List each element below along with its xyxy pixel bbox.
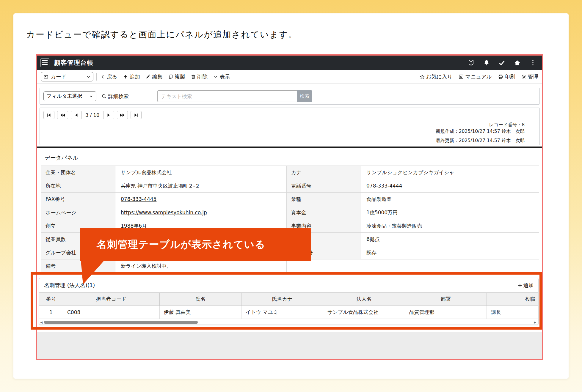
filter-select-value: フィルタ未選択 — [46, 93, 89, 100]
gear-icon — [521, 74, 527, 80]
field-value-link[interactable]: https://www.samplesyokuhin.co.jp — [115, 206, 287, 219]
record-panel: 3 / 10 レコード番号：8 新規作成：2025/10/27 14:57 鈴木… — [40, 108, 540, 145]
table-cell: C008 — [63, 306, 160, 319]
duplicate-button[interactable]: 複製 — [168, 73, 185, 80]
data-panel-label: データパネル — [45, 154, 78, 161]
print-button[interactable]: 印刷 — [498, 73, 515, 80]
subtable-title: 名刺管理 (法人名)(1) — [44, 282, 95, 289]
field-label: 業種 — [287, 193, 361, 206]
subtable-add-button[interactable]: 追加 — [517, 282, 534, 289]
display-button[interactable]: 表示 — [213, 73, 230, 80]
rewind-button[interactable] — [57, 111, 68, 119]
page-indicator: 3 / 10 — [84, 112, 101, 118]
table-cell: 1 — [39, 306, 63, 319]
copy-icon — [168, 74, 173, 79]
edit-button[interactable]: 編集 — [145, 73, 162, 80]
chevron-down-icon — [86, 75, 91, 79]
field-label: 所在地 — [41, 179, 115, 193]
check-icon[interactable] — [498, 59, 506, 67]
add-button[interactable]: 追加 — [123, 73, 140, 80]
record-info: レコード番号：8 新規作成：2025/10/27 14:57 鈴木 次郎 最終更… — [436, 122, 525, 144]
manual-button[interactable]: マニュアル — [458, 73, 492, 80]
horizontal-scrollbar: ◀ ▶ — [39, 319, 538, 325]
filter-select[interactable]: フィルタ未選択 — [43, 91, 96, 101]
hamburger-menu-button[interactable] — [40, 58, 49, 67]
table-cell: 品質管理部 — [405, 306, 487, 319]
field-label: ホームページ — [41, 206, 115, 219]
header-icon-group — [467, 59, 542, 67]
favorite-button[interactable]: お気に入り — [419, 73, 453, 80]
kebab-menu-icon[interactable] — [529, 59, 536, 67]
fast-forward-button[interactable] — [117, 111, 128, 119]
field-label: 電話番号 — [287, 179, 361, 193]
column-header: 氏名 — [160, 293, 241, 306]
window-footer-area — [37, 332, 542, 359]
toolbar: カード 戻る 追加 編集 複製 — [37, 70, 542, 84]
pencil-icon — [145, 74, 151, 79]
field-value-link[interactable]: 078-333-4444 — [361, 179, 539, 193]
chevron-left-icon — [100, 74, 106, 79]
app-header: 顧客管理台帳 — [37, 56, 542, 70]
record-number: レコード番号：8 — [436, 122, 525, 128]
toolbar-divider — [96, 73, 97, 81]
field-value: 冷凍食品・惣菜製造販売 — [361, 219, 539, 233]
back-button[interactable]: 戻る — [100, 73, 117, 80]
pagination: 3 / 10 — [43, 111, 142, 119]
subtable-header: 名刺管理 (法人名)(1) 追加 — [39, 278, 538, 292]
delete-button[interactable]: 削除 — [191, 73, 208, 80]
field-label: 備考 — [41, 259, 115, 273]
admin-button[interactable]: 管理 — [521, 73, 538, 80]
home-icon[interactable] — [514, 59, 521, 67]
next-page-button[interactable] — [103, 111, 114, 119]
search-button[interactable]: 検索 — [297, 90, 312, 102]
field-label: 資本金 — [287, 206, 361, 219]
field-value: 1億5000万円 — [361, 206, 539, 219]
view-select[interactable]: カード — [41, 72, 93, 81]
card-view-icon — [43, 74, 48, 79]
trash-icon — [191, 74, 196, 79]
subtable-grid: 番号 担当者コード 氏名 氏名カナ 法人名 部署 役職 1 C008 伊藤 真由… — [39, 292, 538, 319]
previous-page-button[interactable] — [71, 111, 82, 119]
lead-text: カードビューで確認すると画面上にパネルが追加されています。 — [26, 29, 297, 41]
filter-panel: フィルタ未選択 詳細検索 検索 — [40, 88, 540, 105]
field-value-link[interactable]: 兵庫県 神戸市中央区波止場町２-２ — [115, 179, 287, 193]
field-value: 新ライン導入検討中。 — [115, 259, 287, 273]
app-title: 顧客管理台帳 — [54, 59, 93, 67]
field-label: FAX番号 — [41, 193, 115, 206]
field-value: 既存 — [361, 246, 539, 259]
toolbar-right-group: お気に入り マニュアル 印刷 管理 — [419, 73, 538, 80]
annotation-highlight-box: 名刺管理 (法人名)(1) 追加 番号 担当者コード 氏名 氏名カナ 法人名 部… — [31, 272, 542, 330]
field-value: 6拠点 — [361, 233, 539, 246]
field-label: 企業・団体名 — [41, 166, 115, 179]
star-icon — [419, 74, 425, 80]
chevron-down-icon — [89, 94, 93, 98]
field-label: カナ — [287, 166, 361, 179]
column-header: 氏名カナ — [241, 293, 323, 306]
column-header: 役職 — [487, 293, 538, 306]
column-header: 番号 — [39, 293, 63, 306]
bell-icon[interactable] — [483, 59, 490, 67]
column-header: 法人名 — [323, 293, 405, 306]
search-input[interactable] — [157, 90, 297, 102]
table-cell: 伊藤 真由美 — [160, 306, 241, 319]
field-value: サンプルショクヒンカブシキガイシャ — [361, 166, 539, 179]
table-cell: サンプル食品株式会社 — [323, 306, 405, 319]
empty-cell — [287, 259, 539, 273]
page-background: カードビューで確認すると画面上にパネルが追加されています。 顧客管理台帳 — [0, 0, 582, 392]
last-page-button[interactable] — [131, 111, 142, 119]
field-value-link[interactable]: 078-333-4445 — [115, 193, 287, 206]
scroll-left-arrow[interactable]: ◀ — [39, 321, 43, 324]
field-value: サンプル食品株式会社 — [115, 166, 287, 179]
column-header: 担当者コード — [63, 293, 160, 306]
scrollbar-thumb[interactable] — [44, 321, 198, 324]
table-cell: 課長 — [487, 306, 538, 319]
plus-icon — [123, 74, 128, 79]
first-page-button[interactable] — [43, 111, 54, 119]
plus-icon — [517, 283, 523, 288]
beginner-mark-icon[interactable] — [467, 59, 475, 67]
scroll-right-arrow[interactable]: ▶ — [533, 321, 537, 324]
printer-icon — [498, 74, 503, 80]
table-cell: イトウ マユミ — [241, 306, 323, 319]
advanced-search-button[interactable]: 詳細検索 — [101, 93, 129, 100]
annotation-text: 名刺管理テーブルが表示されている — [97, 238, 265, 251]
